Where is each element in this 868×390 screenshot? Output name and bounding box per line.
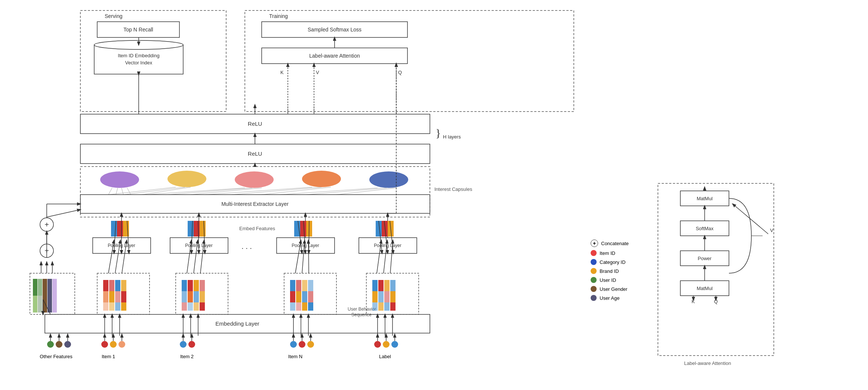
svg-rect-112 bbox=[103, 291, 108, 302]
svg-text:Pooling Layer: Pooling Layer bbox=[108, 243, 135, 248]
svg-rect-60 bbox=[80, 195, 430, 213]
svg-line-56 bbox=[262, 187, 331, 195]
svg-rect-134 bbox=[200, 302, 205, 311]
svg-point-189 bbox=[110, 341, 117, 348]
svg-rect-69 bbox=[170, 238, 228, 253]
svg-point-197 bbox=[383, 341, 390, 348]
brand-id-icon bbox=[591, 268, 597, 274]
legend-user-age-label: User Age bbox=[600, 295, 619, 301]
svg-rect-158 bbox=[390, 302, 395, 311]
svg-line-104 bbox=[379, 221, 382, 253]
legend-item-id-label: Item ID bbox=[600, 250, 615, 256]
svg-rect-149 bbox=[372, 302, 378, 311]
svg-point-43 bbox=[369, 171, 408, 188]
svg-line-165 bbox=[295, 240, 301, 273]
svg-rect-81 bbox=[117, 221, 123, 237]
svg-rect-123 bbox=[182, 280, 187, 291]
svg-line-169 bbox=[384, 240, 387, 273]
svg-rect-240 bbox=[680, 191, 729, 206]
svg-point-195 bbox=[307, 341, 314, 348]
legend: + Concatenate Item ID Category ID Brand … bbox=[591, 240, 629, 304]
svg-line-167 bbox=[308, 240, 309, 273]
svg-rect-220 bbox=[38, 296, 42, 313]
svg-rect-94 bbox=[388, 221, 394, 237]
svg-rect-110 bbox=[366, 273, 419, 314]
svg-rect-82 bbox=[123, 221, 129, 237]
svg-rect-113 bbox=[103, 302, 108, 311]
svg-text:H layers: H layers bbox=[443, 134, 461, 140]
svg-rect-129 bbox=[194, 280, 199, 291]
other-features-label: Other Features bbox=[34, 354, 79, 359]
svg-rect-150 bbox=[378, 280, 384, 291]
svg-text:K: K bbox=[692, 299, 695, 304]
svg-rect-152 bbox=[378, 302, 384, 311]
svg-rect-213 bbox=[30, 273, 75, 314]
svg-rect-147 bbox=[372, 280, 378, 291]
svg-line-159 bbox=[108, 240, 114, 273]
legend-concatenate-label: Concatenate bbox=[601, 241, 629, 246]
svg-point-188 bbox=[101, 341, 108, 348]
svg-rect-89 bbox=[294, 221, 300, 237]
svg-line-227 bbox=[47, 210, 80, 217]
svg-text:Q: Q bbox=[714, 299, 718, 304]
svg-line-51 bbox=[146, 188, 245, 195]
svg-rect-135 bbox=[290, 280, 295, 291]
svg-point-185 bbox=[47, 341, 54, 348]
svg-rect-136 bbox=[290, 291, 295, 302]
svg-rect-86 bbox=[188, 221, 194, 237]
svg-line-170 bbox=[390, 240, 393, 273]
svg-text:Multi-Interest Extractor Layer: Multi-Interest Extractor Layer bbox=[221, 201, 289, 207]
svg-text:Power: Power bbox=[698, 256, 712, 261]
svg-rect-124 bbox=[182, 291, 187, 302]
svg-text:ReLU: ReLU bbox=[248, 121, 262, 127]
svg-rect-119 bbox=[115, 302, 120, 311]
svg-line-161 bbox=[122, 240, 127, 273]
svg-line-100 bbox=[204, 221, 205, 253]
svg-rect-130 bbox=[194, 291, 199, 302]
svg-line-54 bbox=[206, 187, 312, 195]
svg-point-41 bbox=[235, 171, 274, 188]
user-id-icon bbox=[591, 277, 597, 283]
svg-rect-143 bbox=[302, 302, 307, 311]
svg-rect-36 bbox=[80, 167, 430, 217]
svg-rect-153 bbox=[384, 280, 390, 291]
svg-rect-6 bbox=[97, 22, 179, 37]
svg-rect-145 bbox=[308, 291, 313, 302]
svg-rect-87 bbox=[194, 221, 200, 237]
svg-line-55 bbox=[232, 187, 321, 195]
svg-text:Vector Index: Vector Index bbox=[125, 60, 153, 65]
diagram-container: Serving Training Top N Recall Item ID Em… bbox=[0, 0, 868, 390]
user-age-icon bbox=[591, 295, 597, 301]
svg-text:Training: Training bbox=[269, 13, 288, 19]
svg-text:MatMul: MatMul bbox=[697, 286, 713, 291]
svg-text:Item ID Embedding: Item ID Embedding bbox=[118, 53, 159, 58]
svg-rect-91 bbox=[306, 221, 312, 237]
svg-point-193 bbox=[290, 341, 297, 348]
svg-text:Pooling Layer: Pooling Layer bbox=[374, 243, 401, 248]
concatenate-icon: + bbox=[591, 240, 598, 247]
svg-rect-88 bbox=[200, 221, 206, 237]
svg-point-192 bbox=[188, 341, 195, 348]
svg-rect-73 bbox=[359, 238, 417, 253]
label-label: Label bbox=[370, 354, 400, 359]
svg-rect-115 bbox=[109, 291, 114, 302]
svg-rect-85 bbox=[123, 226, 129, 231]
svg-point-186 bbox=[56, 341, 62, 348]
svg-line-58 bbox=[307, 188, 387, 195]
svg-text:Label-aware Attention: Label-aware Attention bbox=[309, 53, 360, 59]
svg-point-39 bbox=[100, 171, 139, 188]
svg-rect-67 bbox=[93, 238, 151, 253]
svg-rect-127 bbox=[188, 291, 193, 302]
svg-rect-214 bbox=[33, 279, 37, 313]
svg-rect-121 bbox=[121, 291, 126, 302]
svg-rect-93 bbox=[382, 221, 388, 237]
category-id-icon bbox=[591, 259, 597, 265]
svg-rect-140 bbox=[296, 302, 301, 311]
svg-line-48 bbox=[108, 187, 176, 195]
svg-rect-71 bbox=[277, 238, 335, 253]
svg-rect-80 bbox=[111, 221, 117, 237]
svg-line-47 bbox=[127, 188, 131, 195]
svg-rect-215 bbox=[38, 279, 42, 313]
svg-text:+: + bbox=[44, 247, 49, 255]
svg-text:Sampled Softmax Loss: Sampled Softmax Loss bbox=[308, 27, 361, 33]
